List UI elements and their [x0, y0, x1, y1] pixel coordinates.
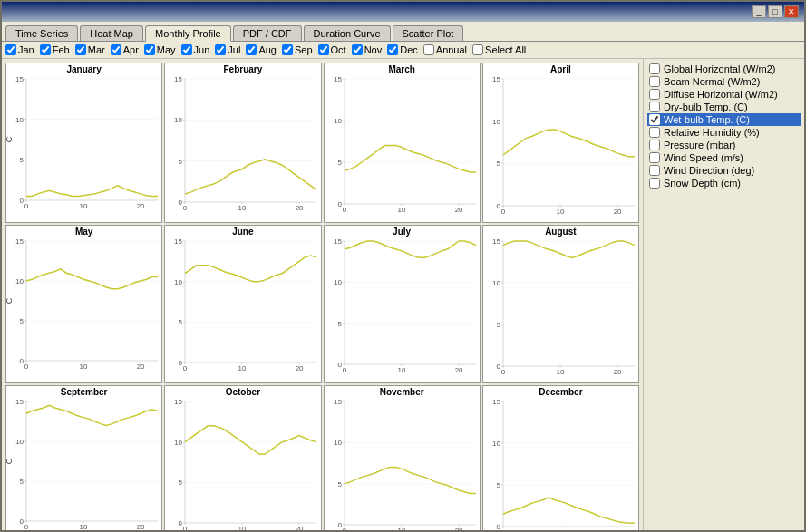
chart-row-1: MayJuneJulyAugust [5, 225, 639, 383]
minimize-button[interactable]: _ [752, 5, 766, 18]
chart-canvas-august [483, 237, 638, 381]
chart-row-2: SeptemberOctoberNovemberDecember [5, 385, 639, 530]
tab-bar: Time SeriesHeat MapMonthly ProfilePDF / … [2, 22, 804, 42]
chart-canvas-february [165, 75, 320, 217]
title-bar: _ □ ✕ [2, 2, 804, 22]
window-controls: _ □ ✕ [752, 5, 799, 18]
sidebar-item-9[interactable]: Snow Depth (cm) [647, 177, 801, 189]
sidebar-item-0[interactable]: Global Horizontal (W/m2) [647, 63, 801, 75]
month-check-jul[interactable]: Jul [215, 44, 240, 55]
month-check-aug[interactable]: Aug [246, 44, 277, 55]
chart-canvas-wrap-january [6, 75, 161, 222]
main-content: JanuaryFebruaryMarchAprilMayJuneJulyAugu… [2, 59, 804, 530]
sidebar: Global Horizontal (W/m2)Beam Normal (W/m… [643, 59, 804, 530]
chart-canvas-april [483, 75, 638, 220]
chart-canvas-wrap-september [6, 398, 161, 530]
tab-heat-map[interactable]: Heat Map [80, 25, 143, 41]
tab-monthly-profile[interactable]: Monthly Profile [145, 25, 231, 42]
maximize-button[interactable]: □ [768, 5, 782, 18]
tab-scatter-plot[interactable]: Scatter Plot [393, 25, 464, 41]
tab-pdf-cdf[interactable]: PDF / CDF [233, 25, 302, 41]
chart-title-july: July [393, 226, 411, 237]
chart-cell-december: December [482, 385, 639, 530]
chart-title-august: August [545, 226, 576, 237]
chart-cell-january: January [5, 63, 162, 223]
chart-canvas-december [483, 398, 638, 530]
month-check-feb[interactable]: Feb [40, 44, 70, 55]
sidebar-item-5[interactable]: Relative Humidity (%) [647, 126, 801, 139]
chart-canvas-october [165, 398, 320, 530]
chart-title-may: May [75, 226, 92, 237]
chart-cell-march: March [324, 63, 481, 223]
chart-cell-october: October [164, 385, 321, 530]
month-check-may[interactable]: May [144, 44, 176, 55]
chart-title-june: June [232, 226, 253, 237]
chart-canvas-november [325, 398, 480, 530]
charts-area: JanuaryFebruaryMarchAprilMayJuneJulyAugu… [2, 59, 643, 530]
chart-canvas-wrap-november [325, 398, 480, 530]
month-check-dec[interactable]: Dec [387, 44, 418, 55]
chart-title-november: November [380, 386, 424, 398]
chart-title-january: January [66, 63, 101, 75]
chart-cell-august: August [482, 225, 639, 383]
month-check-apr[interactable]: Apr [111, 44, 139, 55]
chart-canvas-january [6, 75, 161, 215]
chart-canvas-wrap-june [165, 237, 320, 382]
chart-canvas-wrap-august [483, 237, 638, 382]
month-checkboxes: JanFebMarAprMayJunJulAugSepOctNovDecAnnu… [2, 42, 804, 59]
chart-canvas-march [325, 75, 480, 218]
chart-cell-june: June [164, 225, 321, 383]
chart-canvas-wrap-may [6, 237, 161, 382]
chart-canvas-wrap-february [165, 75, 320, 222]
main-window: _ □ ✕ Time SeriesHeat MapMonthly Profile… [0, 0, 806, 532]
tab-duration-curve[interactable]: Duration Curve [304, 25, 391, 41]
close-button[interactable]: ✕ [784, 5, 799, 18]
chart-row-0: JanuaryFebruaryMarchApril [5, 63, 639, 223]
sidebar-item-8[interactable]: Wind Direction (deg) [647, 164, 801, 177]
chart-cell-february: February [164, 63, 321, 223]
month-check-mar[interactable]: Mar [75, 44, 105, 55]
chart-title-february: February [223, 63, 262, 75]
chart-canvas-wrap-december [483, 398, 638, 530]
chart-cell-july: July [324, 225, 481, 383]
month-check-sep[interactable]: Sep [282, 44, 313, 55]
sidebar-item-7[interactable]: Wind Speed (m/s) [647, 151, 801, 164]
chart-canvas-wrap-march [325, 75, 480, 222]
month-check-nov[interactable]: Nov [352, 44, 383, 55]
chart-title-december: December [539, 386, 582, 398]
month-check-select-all[interactable]: Select All [472, 44, 526, 55]
month-check-jun[interactable]: Jun [181, 44, 210, 55]
chart-canvas-wrap-october [165, 398, 320, 530]
chart-canvas-september [6, 398, 161, 530]
sidebar-item-1[interactable]: Beam Normal (W/m2) [647, 75, 801, 88]
chart-canvas-july [325, 237, 480, 379]
sidebar-item-2[interactable]: Diffuse Horizontal (W/m2) [647, 88, 801, 101]
chart-title-april: April [550, 63, 571, 75]
chart-cell-may: May [5, 225, 162, 383]
chart-cell-april: April [482, 63, 639, 223]
chart-canvas-june [165, 237, 320, 377]
tab-time-series[interactable]: Time Series [5, 25, 78, 41]
chart-title-september: September [61, 386, 108, 398]
chart-title-march: March [388, 63, 414, 75]
month-check-oct[interactable]: Oct [318, 44, 346, 55]
sidebar-item-4[interactable]: Wet-bulb Temp. (C) [647, 113, 801, 126]
sidebar-item-3[interactable]: Dry-bulb Temp. (C) [647, 101, 801, 113]
month-check-jan[interactable]: Jan [5, 44, 34, 55]
month-check-annual[interactable]: Annual [423, 44, 467, 55]
chart-cell-september: September [5, 385, 162, 530]
chart-title-october: October [226, 386, 260, 398]
chart-cell-november: November [324, 385, 481, 530]
chart-canvas-wrap-july [325, 237, 480, 382]
chart-canvas-wrap-april [483, 75, 638, 222]
sidebar-item-6[interactable]: Pressure (mbar) [647, 139, 801, 151]
chart-canvas-may [6, 237, 161, 375]
